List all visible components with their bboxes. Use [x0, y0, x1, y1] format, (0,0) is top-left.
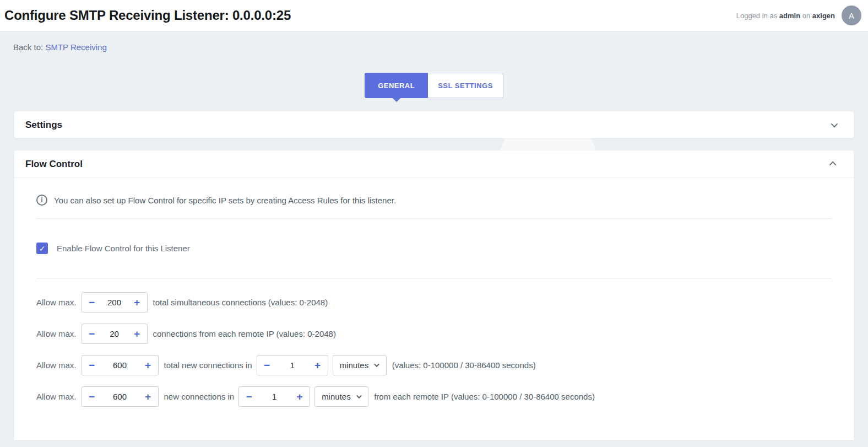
- decrement-button[interactable]: −: [263, 360, 272, 370]
- decrement-button[interactable]: −: [88, 360, 96, 370]
- increment-button[interactable]: +: [133, 297, 142, 308]
- increment-button[interactable]: +: [144, 360, 153, 370]
- enable-flow-control-row: ✓ Enable Flow Control for this Listener: [36, 243, 832, 254]
- row-description: connections from each remote IP (values:…: [153, 329, 336, 338]
- header-right: Logged in as admin on axigen A: [736, 6, 861, 25]
- flow-row-total-simultaneous: Allow max. − + total simultaneous connec…: [36, 292, 832, 313]
- unit-select-value: minutes: [340, 360, 369, 370]
- chevron-down-icon: [374, 362, 379, 367]
- chevron-up-icon[interactable]: [829, 161, 837, 169]
- info-icon: i: [36, 195, 47, 206]
- settings-panel-title: Settings: [25, 120, 62, 131]
- total-connections-stepper: − +: [82, 292, 148, 313]
- interval-value-input[interactable]: [258, 392, 290, 401]
- settings-panel-header[interactable]: Settings: [14, 111, 854, 138]
- page-title: Configure SMTP Receiving Listener: 0.0.0…: [4, 8, 291, 23]
- tab-general[interactable]: GENERAL: [365, 73, 428, 98]
- allow-max-label: Allow max.: [36, 329, 77, 338]
- row-description: total simultaneous connections (values: …: [153, 298, 328, 307]
- login-status: Logged in as admin on axigen: [736, 12, 835, 20]
- back-link-smtp-receiving[interactable]: SMTP Receiving: [45, 42, 106, 52]
- app-header: Configure SMTP Receiving Listener: 0.0.0…: [0, 0, 868, 31]
- per-ip-new-connections-value-input[interactable]: [104, 392, 136, 401]
- flow-control-panel-header[interactable]: Flow Control: [14, 150, 854, 178]
- decrement-button[interactable]: −: [88, 391, 96, 402]
- interval-stepper: − +: [238, 386, 310, 407]
- chevron-down-icon: [356, 393, 362, 398]
- flow-row-per-ip-connections: Allow max. − + connections from each rem…: [36, 324, 832, 344]
- breadcrumb-label: Back to:: [13, 42, 43, 52]
- total-new-connections-value-input[interactable]: [104, 360, 136, 370]
- unit-select-value: minutes: [322, 392, 351, 401]
- unit-select[interactable]: minutes: [314, 386, 368, 407]
- per-ip-connections-value-input[interactable]: [99, 329, 131, 338]
- total-new-connections-stepper: − +: [82, 355, 159, 375]
- decrement-button[interactable]: −: [245, 391, 253, 402]
- allow-max-label: Allow max.: [36, 298, 77, 307]
- divider: [36, 278, 832, 278]
- flow-row-per-ip-new-connections: Allow max. − + new connections in − + mi…: [36, 386, 832, 407]
- breadcrumb: Back to: SMTP Receiving: [0, 31, 868, 52]
- increment-button[interactable]: +: [144, 391, 153, 402]
- chevron-down-icon[interactable]: [831, 121, 838, 128]
- interval-value-input[interactable]: [276, 360, 308, 370]
- decrement-button[interactable]: −: [88, 297, 96, 308]
- increment-button[interactable]: +: [295, 391, 304, 402]
- info-row: i You can also set up Flow Control for s…: [36, 195, 832, 206]
- enable-flow-control-label: Enable Flow Control for this Listener: [57, 244, 190, 253]
- per-ip-new-connections-stepper: − +: [82, 386, 159, 407]
- flow-row-total-new-connections: Allow max. − + total new connections in …: [36, 355, 832, 375]
- increment-button[interactable]: +: [313, 360, 322, 370]
- interval-stepper: − +: [257, 355, 328, 375]
- flow-control-rows: Allow max. − + total simultaneous connec…: [36, 292, 832, 407]
- settings-panel: Settings: [14, 111, 854, 138]
- row-middle-text: total new connections in: [164, 360, 252, 370]
- row-description: (values: 0-100000 / 30-86400 seconds): [392, 360, 536, 370]
- flow-control-panel-body: i You can also set up Flow Control for s…: [14, 178, 854, 407]
- tab-bar: GENERAL SSL SETTINGS: [0, 73, 868, 98]
- allow-max-label: Allow max.: [36, 360, 77, 370]
- decrement-button[interactable]: −: [88, 328, 96, 339]
- tab-ssl-settings[interactable]: SSL SETTINGS: [428, 73, 503, 98]
- logged-in-prefix: Logged in as: [736, 12, 777, 20]
- server-name: axigen: [812, 12, 835, 20]
- enable-flow-control-checkbox[interactable]: ✓: [36, 243, 48, 254]
- tab-ssl-settings-label: SSL SETTINGS: [438, 82, 493, 90]
- tab-general-label: GENERAL: [378, 82, 415, 90]
- row-description: from each remote IP (values: 0-100000 / …: [374, 392, 595, 401]
- total-connections-value-input[interactable]: [99, 298, 131, 307]
- row-middle-text: new connections in: [164, 392, 235, 401]
- divider: [36, 218, 832, 219]
- flow-control-panel-title: Flow Control: [25, 159, 83, 170]
- unit-select[interactable]: minutes: [333, 355, 387, 375]
- avatar[interactable]: A: [842, 6, 861, 25]
- increment-button[interactable]: +: [133, 328, 142, 339]
- per-ip-connections-stepper: − +: [82, 324, 148, 344]
- content-area: Back to: SMTP Receiving GENERAL SSL SETT…: [0, 31, 868, 447]
- logged-in-connector: on: [802, 12, 810, 20]
- active-tab-pointer: [392, 98, 401, 102]
- username: admin: [779, 12, 800, 20]
- info-text: You can also set up Flow Control for spe…: [54, 196, 396, 205]
- flow-control-panel: Flow Control i You can also set up Flow …: [14, 150, 854, 440]
- allow-max-label: Allow max.: [36, 392, 77, 401]
